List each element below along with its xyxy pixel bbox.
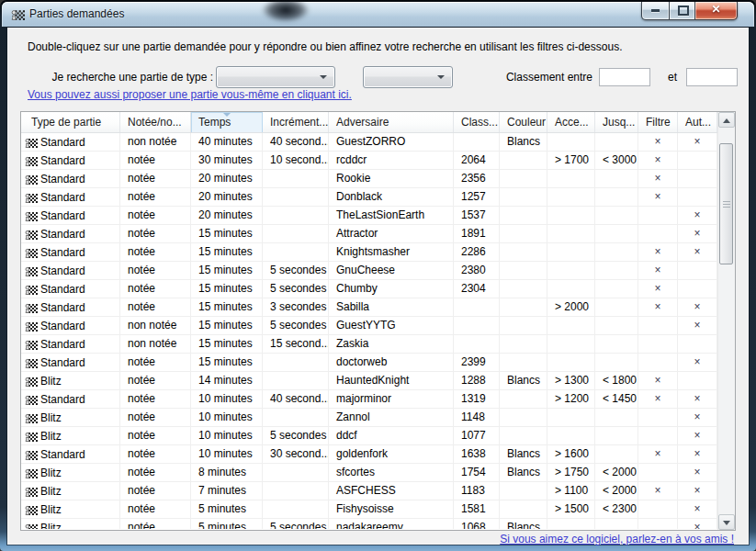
table-cell: notée — [120, 519, 191, 529]
table-row[interactable]: Blitznotée5 minutesFishysoisse1581> 1500… — [21, 500, 717, 519]
game-variant-value — [364, 67, 452, 70]
table-cell — [595, 427, 638, 444]
table-cell: × — [638, 482, 678, 500]
table-cell: 5 secondes — [263, 317, 329, 334]
table-row[interactable]: Blitznotée8 minutessfcortes1754Blancs> 1… — [21, 464, 717, 482]
table-cell — [263, 500, 329, 518]
game-type-cell: Standard — [21, 243, 120, 261]
maximize-button[interactable] — [669, 2, 695, 20]
minimize-button[interactable] — [641, 2, 669, 20]
table-row[interactable]: Blitznotée14 minutesHauntedKnight1288Bla… — [21, 372, 717, 390]
table-cell: 1068 — [454, 519, 500, 529]
table-row[interactable]: Blitznotée5 minutes5 secondesnadakareemy… — [21, 519, 717, 529]
column-header-6[interactable]: Couleur — [500, 112, 547, 132]
table-cell: TheLastSionEarth — [329, 207, 454, 224]
table-row[interactable]: Standardnotée10 minutes40 second...major… — [21, 390, 717, 409]
table-cell — [263, 354, 329, 371]
table-cell: 3 secondes — [263, 298, 329, 316]
close-button[interactable]: ✕ — [695, 2, 738, 20]
scrollbar-thumb[interactable] — [719, 143, 733, 264]
table-cell — [595, 445, 638, 463]
close-icon: ✕ — [695, 3, 737, 16]
table-cell: Fishysoisse — [329, 500, 454, 518]
table-cell — [547, 317, 595, 334]
column-header-8[interactable]: Jusq... — [595, 112, 638, 132]
table-cell: notée — [120, 298, 191, 316]
table-cell: 20 minutes — [191, 207, 263, 224]
table-row[interactable]: Standardnotée15 minutesKnightsmasher2286… — [21, 243, 717, 262]
game-type-cell: Blitz — [21, 519, 120, 529]
table-cell — [595, 133, 638, 151]
scroll-up-button[interactable] — [718, 112, 735, 128]
table-cell: 2380 — [454, 262, 500, 279]
table-cell — [638, 409, 678, 426]
column-header-10[interactable]: Aut... — [678, 112, 717, 132]
propose-game-link[interactable]: Vous pouvez aussi proposer une partie vo… — [28, 88, 352, 101]
game-type-dropdown[interactable] — [216, 66, 335, 88]
table-cell: 2304 — [454, 280, 500, 298]
column-header-0[interactable]: Type de partie — [21, 112, 120, 132]
table-cell: 5 minutes — [191, 519, 263, 529]
table-row[interactable]: Standardnotée20 minutesDonblack1257× — [21, 188, 717, 207]
column-header-1[interactable]: Notée/no... — [120, 112, 191, 132]
chess-piece-icon — [24, 172, 38, 186]
table-cell: × — [678, 207, 717, 224]
dialog-window: Parties demandées ✕ Double-cliquez sur u… — [0, 0, 756, 551]
table-cell — [500, 427, 547, 444]
table-cell: < 2300 — [595, 500, 638, 518]
column-header-7[interactable]: Acce... — [547, 112, 595, 132]
table-row[interactable]: Blitznotée7 minutesASFCHESS1183> 1100< 2… — [21, 482, 717, 500]
table-cell: GuestYYTG — [329, 317, 454, 334]
game-type-cell: Standard — [21, 280, 120, 298]
chess-piece-icon — [24, 337, 38, 351]
table-cell — [595, 317, 638, 334]
table-cell: 10 minutes — [191, 427, 263, 444]
table-row[interactable]: Blitznotée10 minutes5 secondesddcf1077× — [21, 427, 717, 445]
table-row[interactable]: Standardnon notée40 minutes40 second...G… — [21, 133, 717, 152]
column-header-4[interactable]: Adversaire — [329, 112, 454, 132]
table-cell: × — [678, 317, 717, 334]
rating-max-input[interactable] — [686, 68, 738, 86]
share-link[interactable]: Si vous aimez ce logiciel, parlez-en à v… — [500, 533, 734, 545]
table-row[interactable]: Standardnotée30 minutes10 second...rcddc… — [21, 152, 717, 170]
table-row[interactable]: Blitznotée10 minutesZannol1148× — [21, 409, 717, 427]
table-cell: GnuCheese — [329, 262, 454, 279]
column-header-9[interactable]: Filtre — [638, 112, 678, 132]
rating-min-input[interactable] — [599, 68, 650, 86]
table-row[interactable]: Standardnotée15 minutes3 secondesSabilla… — [21, 298, 717, 317]
table-row[interactable]: Standardnotée15 minutes5 secondesChumby2… — [21, 280, 717, 298]
table-cell: 1148 — [454, 409, 500, 426]
table-cell: × — [638, 280, 678, 298]
table-row[interactable]: Standardnon notée15 minutes15 second...Z… — [21, 335, 717, 354]
table-row[interactable]: Standardnotée15 minutes5 secondesGnuChee… — [21, 262, 717, 280]
chess-piece-icon — [24, 392, 38, 406]
vertical-scrollbar[interactable] — [717, 112, 735, 530]
column-header-5[interactable]: Class... — [454, 112, 500, 132]
chess-piece-icon — [24, 190, 38, 204]
table-cell: 1183 — [454, 482, 500, 500]
table-row[interactable]: Standardnotée20 minutesRookie2356× — [21, 170, 717, 188]
table-row[interactable]: Standardnotée15 minutesAttractor1891× — [21, 225, 717, 243]
table-row[interactable]: Standardnon notée15 minutes5 secondesGue… — [21, 317, 717, 335]
table-cell: > 1600 — [547, 445, 595, 463]
table-row[interactable]: Standardnotée15 minutesdoctorweb2399× — [21, 354, 717, 372]
table-cell: 15 minutes — [191, 298, 263, 316]
game-type-cell: Standard — [21, 152, 120, 169]
scrollbar-track[interactable] — [718, 128, 735, 514]
table-row[interactable]: Standardnotée20 minutesTheLastSionEarth1… — [21, 207, 717, 225]
scroll-down-button[interactable] — [718, 514, 735, 530]
cell-text: Standard — [40, 446, 85, 463]
column-header-2[interactable]: Temps — [191, 112, 263, 132]
table-cell: 40 second... — [263, 390, 329, 408]
table-cell: 5 secondes — [263, 519, 329, 529]
cell-text: Standard — [40, 336, 85, 353]
table-row[interactable]: Standardnotée10 minutes30 second...golde… — [21, 445, 717, 464]
table-cell — [500, 354, 547, 371]
game-variant-dropdown[interactable] — [363, 66, 453, 88]
column-header-3[interactable]: Incrément... — [263, 112, 329, 132]
chess-piece-icon — [24, 502, 38, 516]
table-cell: 1257 — [454, 188, 500, 206]
table-cell — [500, 188, 547, 206]
table-cell: < 3000 — [595, 152, 638, 169]
title-bar[interactable]: Parties demandées ✕ — [2, 2, 754, 27]
